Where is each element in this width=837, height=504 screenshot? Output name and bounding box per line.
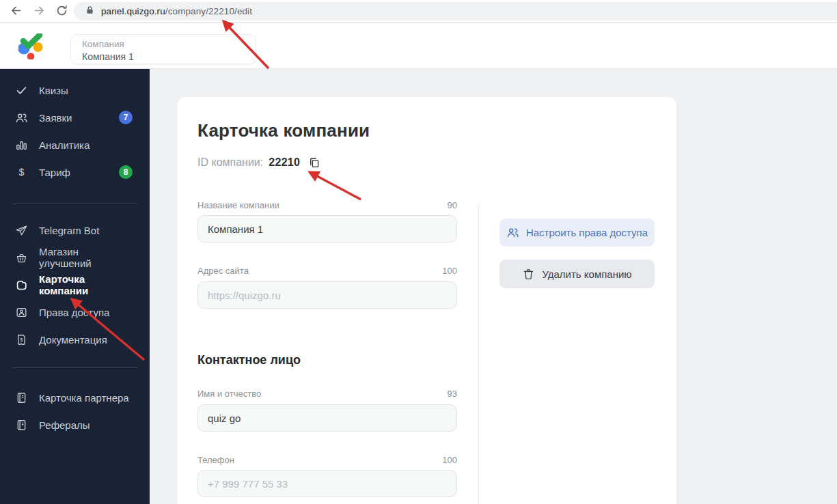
sidebar-item-partner-card[interactable]: Карточка партнера [0, 384, 150, 411]
char-counter: 93 [448, 389, 457, 399]
char-counter: 100 [442, 266, 457, 276]
address-bar[interactable]: panel.quizgo.ru/company/22210/edit [74, 2, 837, 20]
app-header: Компания Компания 1 [0, 23, 837, 69]
sidebar-item-leads[interactable]: Заявки 7 [0, 104, 150, 131]
sidebar-item-label: Рефералы [39, 419, 90, 431]
journal-icon [15, 391, 28, 404]
lock-icon [85, 5, 101, 18]
bar-chart-icon [15, 139, 28, 152]
sidebar-item-label: Telegram Bot [39, 225, 99, 236]
page: panel.quizgo.ru/company/22210/edit Компа… [0, 0, 837, 504]
contact-section-title: Контактное лицо [197, 352, 457, 367]
reload-icon [55, 4, 68, 20]
sidebar-item-telegram-bot[interactable]: Telegram Bot [0, 216, 150, 244]
sidebar-item-label: Квизы [39, 85, 68, 96]
sidebar-item-label: Права доступа [39, 307, 109, 318]
sidebar-item-label: Заявки [39, 112, 72, 124]
sidebar-item-label: Тариф [39, 167, 70, 178]
field-label-row: Название компании 90 [197, 199, 457, 210]
company-card-panel: Карточка компании ID компании: 22210 Наз… [177, 97, 676, 504]
sidebar-item-tariff[interactable]: $ Тариф 8 [0, 158, 150, 186]
company-name-input[interactable] [197, 215, 457, 242]
url-text: panel.quizgo.ru/company/22210/edit [101, 6, 252, 16]
field-label-row: Адрес сайта 100 [197, 265, 457, 276]
svg-text:$: $ [20, 336, 23, 342]
trash-icon [522, 268, 535, 281]
sidebar-item-label: Магазин улучшений [39, 246, 133, 269]
company-icon [15, 279, 28, 292]
people-icon [15, 111, 28, 124]
sidebar-item-referrals[interactable]: Рефералы [0, 411, 150, 438]
sidebar-item-documentation[interactable]: $ Документация [0, 326, 150, 353]
browser-reload-button[interactable] [53, 3, 70, 20]
page-title: Карточка компании [197, 120, 457, 141]
company-id-value: 22210 [269, 156, 300, 169]
char-counter: 100 [442, 455, 457, 465]
field-label: Имя и отчество [197, 389, 261, 399]
site-address-input[interactable] [197, 281, 457, 309]
delete-company-button[interactable]: Удалить компанию [499, 260, 655, 288]
sidebar: Квизы Заявки 7 Аналитика $ Тариф 8 Teleg… [0, 69, 150, 504]
sidebar-item-access-rights[interactable]: Права доступа [0, 298, 150, 326]
dollar-icon: $ [15, 166, 28, 179]
field-label-row: Телефон 100 [197, 454, 457, 465]
card-vertical-divider [478, 204, 479, 504]
sidebar-divider [12, 204, 137, 204]
bill-icon: $ [15, 333, 28, 346]
company-selector-label: Компания [82, 38, 245, 51]
journal-icon [15, 419, 28, 432]
id-card-icon [15, 306, 28, 319]
sidebar-item-label: Документация [39, 334, 107, 346]
copy-icon[interactable] [308, 156, 322, 169]
sidebar-item-company-card[interactable]: Карточка компании [0, 271, 150, 298]
phone-input[interactable] [197, 470, 457, 497]
sidebar-item-analytics[interactable]: Аналитика [0, 131, 150, 158]
telegram-icon [15, 224, 28, 237]
delete-company-label: Удалить компанию [542, 268, 631, 280]
sidebar-item-upgrades-store[interactable]: Магазин улучшений [0, 244, 150, 271]
field-label: Телефон [197, 455, 234, 465]
company-selector-value: Компания 1 [82, 51, 245, 63]
quizgo-logo-icon [18, 33, 44, 59]
sidebar-item-label: Аналитика [39, 139, 90, 151]
tariff-count-badge: 8 [119, 165, 133, 179]
arrow-right-icon [33, 4, 46, 20]
field-label-row: Имя и отчество 93 [197, 388, 457, 399]
field-label: Адрес сайта [197, 266, 249, 276]
arrow-left-icon [10, 4, 23, 20]
sidebar-item-label: Карточка партнера [39, 392, 129, 404]
sidebar-item-label: Карточка компании [39, 273, 133, 296]
field-label: Название компании [197, 200, 279, 210]
browser-forward-button[interactable] [30, 3, 48, 20]
browser-toolbar: panel.quizgo.ru/company/22210/edit [0, 0, 837, 23]
configure-access-label: Настроить права доступа [526, 227, 648, 238]
configure-access-button[interactable]: Настроить права доступа [499, 219, 655, 247]
svg-text:$: $ [19, 167, 25, 178]
browser-back-button[interactable] [7, 3, 25, 20]
company-id-row: ID компании: 22210 [197, 154, 457, 171]
check-icon [15, 84, 28, 97]
leads-count-badge: 7 [119, 111, 133, 124]
company-selector[interactable]: Компания Компания 1 [70, 34, 256, 64]
contact-name-input[interactable] [197, 404, 457, 432]
people-icon [506, 226, 519, 239]
basket-icon [15, 251, 28, 264]
sidebar-item-quizzes[interactable]: Квизы [0, 76, 150, 104]
char-counter: 90 [448, 200, 457, 210]
sidebar-divider [12, 367, 137, 368]
company-id-label: ID компании: [197, 156, 263, 169]
